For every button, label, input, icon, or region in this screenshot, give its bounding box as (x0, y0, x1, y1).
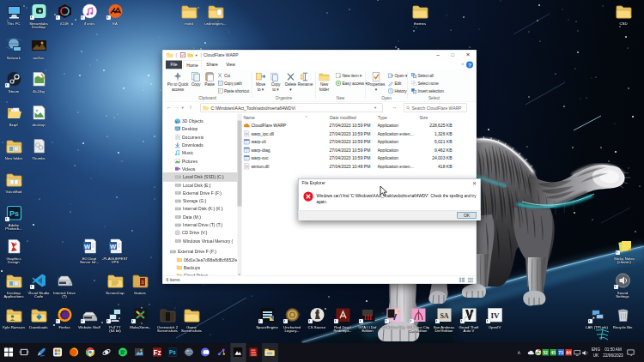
svg-text:W: W (109, 243, 116, 250)
svg-text:III: III (363, 314, 371, 322)
svg-text:Fz: Fz (153, 349, 161, 357)
svg-text:W: W (83, 243, 90, 250)
svg-text:Ps: Ps (169, 349, 176, 355)
svg-text:SA: SA (440, 312, 448, 320)
svg-text:IV: IV (490, 311, 500, 320)
svg-text:Ps: Ps (9, 209, 18, 218)
